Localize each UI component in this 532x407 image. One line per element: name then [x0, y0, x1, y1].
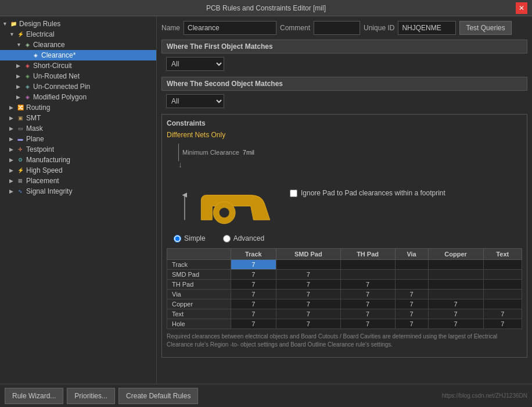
cell-thpad-via[interactable] — [395, 280, 428, 290]
clearance-diagram — [174, 172, 278, 230]
sidebar-item-smt[interactable]: ▶ ▣ SMT — [0, 113, 156, 123]
cell-thpad-track[interactable]: 7 — [231, 280, 276, 290]
cell-text-via[interactable]: 7 — [395, 309, 428, 319]
cell-copper-track[interactable]: 7 — [231, 299, 276, 309]
sidebar-item-unrouted-net[interactable]: ▶ ◈ Un-Routed Net — [0, 71, 156, 81]
cell-thpad-copper[interactable] — [428, 280, 483, 290]
sidebar-item-testpoint[interactable]: ▶ ✛ Testpoint — [0, 144, 156, 155]
cell-track-via[interactable] — [395, 260, 428, 270]
sidebar-item-electrical[interactable]: ▼ ⚡ Electrical — [0, 29, 156, 40]
sidebar-item-modified-polygon[interactable]: ▶ ◈ Modified Polygon — [0, 92, 156, 102]
cell-track-text[interactable] — [483, 260, 522, 270]
col-header-copper: Copper — [428, 249, 483, 260]
sidebar-item-clearance-group[interactable]: ▼ ◈ Clearance — [0, 40, 156, 50]
row-label-smdpad: SMD Pad — [167, 270, 231, 280]
test-queries-button[interactable]: Test Queries — [459, 21, 511, 35]
second-object-header: Where The Second Object Matches — [161, 77, 527, 91]
cell-track-smdpad[interactable] — [276, 260, 340, 270]
cell-via-track[interactable]: 7 — [231, 290, 276, 299]
cell-hole-text[interactable]: 7 — [483, 319, 522, 329]
radio-simple-option[interactable]: Simple — [174, 234, 206, 242]
name-input[interactable] — [184, 21, 276, 35]
cell-copper-text[interactable] — [483, 299, 522, 309]
arrow-high-speed: ▶ — [9, 167, 16, 173]
sidebar-item-routing[interactable]: ▶ 🔀 Routing — [0, 102, 156, 113]
row-label-hole: Hole — [167, 319, 231, 329]
cell-text-text[interactable]: 7 — [483, 309, 522, 319]
cell-via-smdpad[interactable]: 7 — [276, 290, 340, 299]
unique-id-input[interactable] — [398, 21, 456, 35]
cell-track-track[interactable]: 7 — [231, 260, 276, 270]
create-default-rules-button[interactable]: Create Default Rules — [118, 388, 198, 404]
sidebar-item-unconnected-pin[interactable]: ▶ ◈ Un-Connected Pin — [0, 81, 156, 92]
radio-advanced-option[interactable]: Advanced — [223, 234, 264, 242]
icon-short-circuit: ◈ — [23, 62, 31, 70]
cell-hole-copper[interactable]: 7 — [428, 319, 483, 329]
table-row: TH Pad 7 7 7 — [167, 280, 522, 290]
cell-smdpad-track[interactable]: 7 — [231, 270, 276, 280]
close-button[interactable]: ✕ — [516, 2, 527, 14]
cell-text-thpad[interactable]: 7 — [340, 309, 395, 319]
sidebar-item-signal-integrity[interactable]: ▶ ∿ Signal Integrity — [0, 186, 156, 197]
radio-simple[interactable] — [174, 235, 181, 242]
arrow-mask: ▶ — [9, 126, 16, 131]
arrow-signal-integrity: ▶ — [9, 188, 16, 194]
table-row: Via 7 7 7 7 — [167, 290, 522, 299]
cell-smdpad-via[interactable] — [395, 270, 428, 280]
sidebar-item-short-circuit[interactable]: ▶ ◈ Short-Circuit — [0, 60, 156, 71]
cell-smdpad-text[interactable] — [483, 270, 522, 280]
comment-input[interactable] — [314, 21, 360, 35]
sidebar-item-placement[interactable]: ▶ ⊞ Placement — [0, 176, 156, 186]
radio-simple-label: Simple — [184, 234, 206, 242]
cell-thpad-text[interactable] — [483, 280, 522, 290]
sidebar-label-high-speed: High Speed — [26, 166, 63, 174]
cell-hole-thpad[interactable]: 7 — [340, 319, 395, 329]
cell-smdpad-thpad[interactable] — [340, 270, 395, 280]
sidebar-label-signal-integrity: Signal Integrity — [26, 187, 72, 195]
cell-text-smdpad[interactable]: 7 — [276, 309, 340, 319]
cell-thpad-thpad[interactable]: 7 — [340, 280, 395, 290]
cell-hole-via[interactable]: 7 — [395, 319, 428, 329]
sidebar-label-unconnected-pin: Un-Connected Pin — [33, 83, 90, 91]
cell-hole-track[interactable]: 7 — [231, 319, 276, 329]
radio-advanced[interactable] — [223, 235, 231, 242]
cell-copper-thpad[interactable]: 7 — [340, 299, 395, 309]
cell-text-track[interactable]: 7 — [231, 309, 276, 319]
first-object-dropdown[interactable]: All — [166, 57, 224, 71]
cell-via-thpad[interactable]: 7 — [340, 290, 395, 299]
row-label-thpad: TH Pad — [167, 280, 231, 290]
cell-smdpad-copper[interactable] — [428, 270, 483, 280]
arrow-clearance: ▼ — [16, 42, 23, 48]
cell-text-copper[interactable]: 7 — [428, 309, 483, 319]
cell-via-copper[interactable] — [428, 290, 483, 299]
second-object-dropdown[interactable]: All — [166, 94, 224, 108]
sidebar-item-manufacturing[interactable]: ▶ ⚙ Manufacturing — [0, 155, 156, 165]
table-row: Text 7 7 7 7 7 7 — [167, 309, 522, 319]
ignore-pad-checkbox[interactable] — [290, 190, 297, 197]
bottom-left-buttons: Rule Wizard... Priorities... Create Defa… — [5, 388, 198, 404]
second-object-row: All — [161, 94, 527, 108]
cell-via-via[interactable]: 7 — [395, 290, 428, 299]
sidebar-item-high-speed[interactable]: ▶ ⚡ High Speed — [0, 165, 156, 176]
cell-thpad-smdpad[interactable]: 7 — [276, 280, 340, 290]
arrow-plane: ▶ — [9, 136, 16, 142]
icon-modified-polygon: ◈ — [23, 93, 31, 101]
cell-copper-via[interactable]: 7 — [395, 299, 428, 309]
cell-track-thpad[interactable] — [340, 260, 395, 270]
sidebar-item-plane[interactable]: ▶ ▬ Plane — [0, 134, 156, 144]
icon-clearance-group: ◈ — [23, 41, 31, 49]
cell-hole-smdpad[interactable]: 7 — [276, 319, 340, 329]
rule-wizard-button[interactable]: Rule Wizard... — [5, 388, 63, 404]
cell-copper-copper[interactable]: 7 — [428, 299, 483, 309]
cell-smdpad-smdpad[interactable]: 7 — [276, 270, 340, 280]
icon-unrouted-net: ◈ — [23, 72, 31, 80]
folder-icon-design-rules: 📁 — [9, 20, 17, 28]
cell-track-copper[interactable] — [428, 260, 483, 270]
priorities-button[interactable]: Priorities... — [67, 388, 115, 404]
cell-via-text[interactable] — [483, 290, 522, 299]
cell-copper-smdpad[interactable]: 7 — [276, 299, 340, 309]
sidebar-label-plane: Plane — [26, 135, 44, 143]
sidebar-item-design-rules[interactable]: ▼ 📁 Design Rules — [0, 19, 156, 29]
sidebar-item-mask[interactable]: ▶ ▭ Mask — [0, 123, 156, 134]
sidebar-item-clearance-star[interactable]: ◈ Clearance* — [0, 50, 156, 60]
